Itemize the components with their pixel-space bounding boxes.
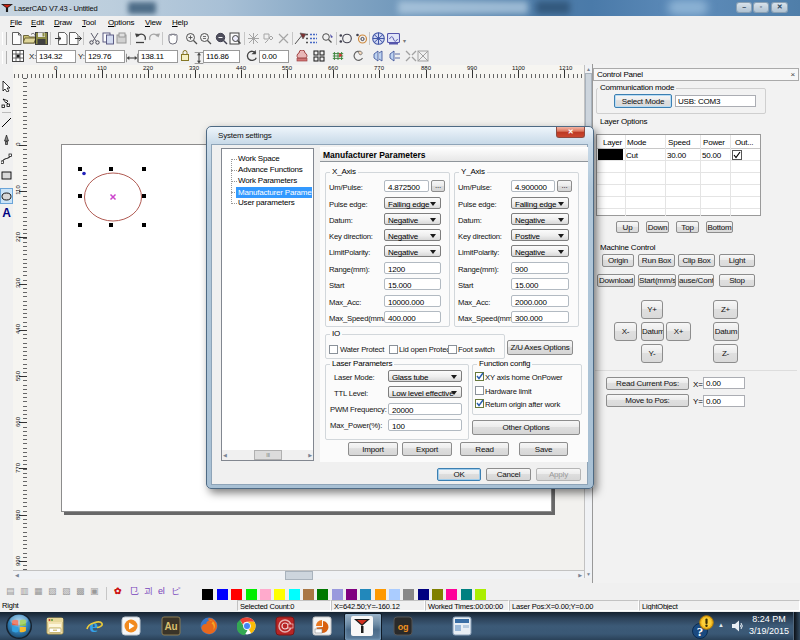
svg-text:Au: Au: [165, 621, 178, 632]
svg-text:e: e: [89, 616, 97, 636]
svg-text:og: og: [398, 622, 409, 632]
